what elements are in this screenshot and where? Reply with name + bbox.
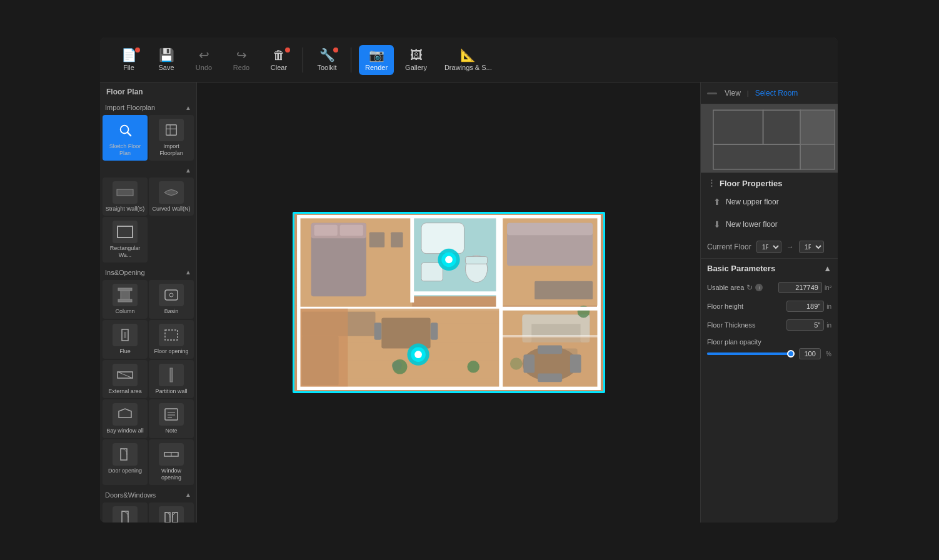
toolbar-clear-button[interactable]: 🗑 Clear	[263, 45, 295, 75]
sidebar-item-rectangular-wall[interactable]: Rectangular Wa...	[103, 217, 148, 262]
upper-floor-icon: ⬆	[713, 197, 721, 207]
usable-area-label: Usable area ↻ i	[707, 283, 776, 292]
basic-parameters-title: Basic Parameters	[707, 264, 775, 273]
toolbar-toolkit-button[interactable]: 🔧 Toolkit	[311, 45, 343, 75]
svg-line-16	[118, 372, 133, 378]
svg-rect-55	[339, 225, 363, 236]
sidebar-item-bay-window[interactable]: Bay window all	[103, 399, 148, 438]
sidebar-item-flue[interactable]: Flue	[103, 320, 148, 359]
usable-area-info-icon[interactable]: i	[755, 284, 763, 291]
sidebar-item-floor-opening[interactable]: Floor opening	[149, 320, 194, 359]
partition-wall-icon	[159, 364, 184, 386]
toolbar-undo-label: Undo	[196, 64, 212, 71]
sidebar-item-external-area[interactable]: External area	[103, 360, 148, 399]
new-upper-floor-button[interactable]: ⬆ New upper floor	[706, 192, 833, 212]
svg-point-92	[467, 361, 480, 373]
right-sidebar-grip: View | Select Room	[701, 82, 838, 104]
column-label: Column	[115, 308, 134, 315]
property-floor-thickness-row: Floor Thickness in	[701, 316, 838, 334]
floor-height-input[interactable]	[786, 301, 824, 312]
new-lower-floor-button[interactable]: ⬇ New lower floor	[706, 214, 833, 234]
sidebar-item-window-opening[interactable]: Window opening	[149, 439, 194, 485]
toolbar-redo-button[interactable]: ↪ Redo	[225, 45, 258, 75]
toolbar-file-button[interactable]: 📄 File	[113, 45, 145, 75]
toolbar-undo-button[interactable]: ↩ Undo	[188, 45, 220, 75]
sidebar-item-column[interactable]: Column	[103, 280, 148, 319]
toolbar-redo-label: Redo	[233, 64, 249, 71]
canvas-area[interactable]	[197, 82, 700, 522]
svg-rect-2	[166, 125, 177, 136]
floor-properties-header: ⋮ Floor Properties	[701, 172, 838, 191]
import-section-label: Import Floorplan	[105, 104, 155, 111]
usable-area-refresh-icon[interactable]: ↻	[746, 283, 753, 292]
floor-thickness-input[interactable]	[786, 319, 824, 331]
floor-select-right[interactable]: 1F	[799, 241, 824, 253]
ins-grid: Column Basin Flue	[100, 279, 196, 486]
basic-parameters-collapse[interactable]: ▲	[823, 264, 831, 273]
toolbar-render-button[interactable]: 📷 Render	[359, 45, 394, 75]
svg-rect-56	[369, 232, 384, 247]
sidebar-item-import-floorplan[interactable]: Import Floorplan	[149, 115, 194, 161]
sidebar-item-straight-wall[interactable]: Straight Wall(S)	[103, 178, 148, 216]
sidebar-item-note[interactable]: Note	[149, 399, 194, 438]
svg-rect-22	[121, 449, 127, 460]
floor-thickness-label: Floor Thickness	[707, 321, 784, 329]
ins-section-label: Ins&Opening	[105, 269, 145, 276]
floor-height-text: Floor height	[707, 302, 743, 310]
double-doors-icon	[159, 506, 184, 522]
svg-rect-5	[117, 189, 133, 196]
flue-icon	[113, 324, 138, 346]
toolbar-drawings-button[interactable]: 📐 Drawings & S...	[438, 45, 498, 75]
right-tab-select-room[interactable]: Select Room	[751, 86, 802, 100]
floor-plan-wrapper[interactable]	[293, 212, 605, 393]
sketch-floor-label: Sketch Floor Plan	[105, 143, 145, 157]
right-tab-view[interactable]: View	[721, 86, 745, 100]
sidebar-section-import-title[interactable]: Import Floorplan ▲	[100, 101, 196, 114]
property-usable-area-row: Usable area ↻ i in²	[701, 278, 838, 297]
svg-rect-80	[523, 354, 535, 372]
svg-rect-54	[314, 225, 337, 236]
redo-icon: ↪	[236, 49, 247, 61]
usable-area-input[interactable]	[778, 282, 822, 293]
sidebar-item-partition-wall[interactable]: Partition wall	[149, 360, 194, 399]
basin-icon	[159, 284, 184, 306]
opacity-slider-thumb[interactable]	[787, 350, 795, 358]
sidebar-section-walls-title[interactable]: ▲	[100, 164, 196, 176]
flue-label: Flue	[119, 348, 131, 355]
opacity-slider-track[interactable]	[707, 352, 794, 355]
partition-wall-label: Partition wall	[155, 388, 187, 395]
svg-rect-81	[570, 354, 581, 372]
sidebar-item-sketch-floor[interactable]: Sketch Floor Plan	[103, 115, 148, 161]
doors-collapse-arrow: ▲	[185, 491, 191, 498]
toolbar-gallery-button[interactable]: 🖼 Gallery	[399, 45, 433, 75]
svg-rect-17	[170, 368, 173, 382]
sidebar-item-double-doors[interactable]: Double doors	[149, 502, 194, 522]
sidebar-item-door-opening[interactable]: Door opening	[103, 439, 148, 485]
toolbar-clear-label: Clear	[271, 64, 287, 71]
toolbar-separator-2	[351, 48, 351, 72]
floor-plan-image[interactable]	[293, 212, 605, 393]
walls-grid: Straight Wall(S) Curved Wall(N) Rectangu…	[100, 176, 196, 264]
doors-section-label: Doors&Windows	[105, 491, 156, 499]
sidebar-item-curved-wall[interactable]: Curved Wall(N)	[149, 178, 194, 216]
floor-select-left[interactable]: 1F	[756, 241, 781, 253]
sidebar-section-doors-title[interactable]: Doors&Windows ▲	[100, 489, 196, 501]
sidebar-section-import: Import Floorplan ▲ Sketch Floor Plan	[100, 101, 196, 162]
sidebar-item-basin[interactable]: Basin	[149, 280, 194, 319]
svg-rect-61	[465, 257, 487, 264]
toolbar-save-button[interactable]: 💾 Save	[150, 45, 183, 75]
sidebar-section-doors-windows: Doors&Windows ▲ Single door Doubl	[100, 489, 196, 522]
svg-rect-82	[538, 346, 562, 354]
external-area-icon	[113, 364, 138, 386]
sidebar-section-ins-opening: Ins&Opening ▲ Column Basin	[100, 266, 196, 486]
sidebar-item-single-door[interactable]: Single door	[103, 502, 148, 522]
toolbar-separator	[303, 48, 303, 72]
svg-rect-87	[381, 318, 430, 348]
sidebar-section-ins-title[interactable]: Ins&Opening ▲	[100, 266, 196, 279]
svg-rect-59	[421, 223, 464, 254]
opacity-value-input[interactable]	[799, 348, 821, 359]
main-content: Floor Plan Import Floorplan ▲ Sketch Flo…	[100, 82, 838, 522]
basic-parameters-header: Basic Parameters ▲	[701, 258, 838, 278]
floor-thickness-unit: in	[826, 322, 831, 329]
floor-height-value: in	[786, 301, 831, 312]
